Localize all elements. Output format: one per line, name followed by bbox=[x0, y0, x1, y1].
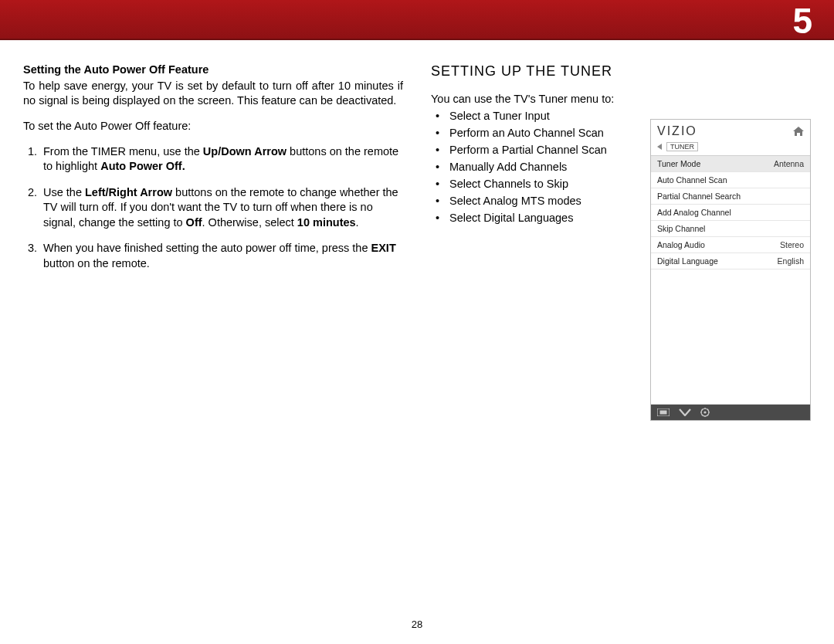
osd-footer bbox=[651, 405, 810, 420]
step3-text-a: When you have finished setting the auto … bbox=[43, 242, 371, 254]
v-icon bbox=[679, 408, 691, 416]
osd-header: VIZIO bbox=[651, 120, 810, 141]
step2-bold-f: 10 minutes bbox=[297, 216, 356, 229]
svg-point-3 bbox=[703, 411, 706, 413]
osd-panel: VIZIO TUNER Tuner Mode Antenna Auto Chan… bbox=[650, 119, 811, 421]
osd-item-tuner-mode: Tuner Mode Antenna bbox=[651, 156, 810, 172]
breadcrumb-label: TUNER bbox=[666, 142, 698, 151]
osd-item-auto-scan: Auto Channel Scan bbox=[651, 172, 810, 188]
osd-item-partial-search: Partial Channel Search bbox=[651, 188, 810, 205]
step2-bold-d: Off bbox=[186, 216, 202, 229]
osd-item-analog-audio: Analog Audio Stereo bbox=[651, 237, 810, 253]
svg-rect-1 bbox=[660, 411, 667, 415]
header-bar: 5 bbox=[0, 0, 834, 40]
step2-text-a: Use the bbox=[43, 186, 85, 198]
step1-bold-d: Auto Power Off. bbox=[100, 160, 185, 172]
osd-item-value: Antenna bbox=[774, 159, 804, 168]
steps-list: From the TIMER menu, use the Up/Down Arr… bbox=[23, 144, 403, 272]
page-number: 28 bbox=[0, 619, 834, 630]
step1-bold-b: Up/Down Arrow bbox=[203, 145, 286, 158]
lead-sentence: To set the Auto Power Off feature: bbox=[23, 119, 403, 134]
osd-brand: VIZIO bbox=[657, 124, 697, 138]
section-heading-tuner: SETTING UP THE TUNER bbox=[431, 63, 811, 80]
osd-item-digital-language: Digital Language English bbox=[651, 253, 810, 269]
wide-icon bbox=[657, 408, 670, 416]
intro-paragraph: To help save energy, your TV is set by d… bbox=[23, 79, 403, 108]
step3-bold-b: EXIT bbox=[371, 242, 396, 254]
left-column: Setting the Auto Power Off Feature To he… bbox=[23, 63, 403, 282]
osd-item-label: Auto Channel Scan bbox=[657, 175, 727, 185]
osd-item-skip-channel: Skip Channel bbox=[651, 221, 810, 237]
osd-item-label: Tuner Mode bbox=[657, 159, 700, 168]
home-icon bbox=[793, 127, 804, 136]
section-heading: Setting the Auto Power Off Feature bbox=[23, 63, 403, 76]
step2-bold-b: Left/Right Arrow bbox=[85, 186, 172, 198]
step2-text-g: . bbox=[356, 216, 359, 229]
tuner-intro: You can use the TV's Tuner menu to: bbox=[431, 92, 811, 107]
osd-item-value: Stereo bbox=[780, 240, 804, 249]
step-3: When you have finished setting the auto … bbox=[40, 241, 403, 271]
osd-empty-area bbox=[651, 269, 810, 405]
osd-item-label: Skip Channel bbox=[657, 224, 705, 233]
osd-item-value: English bbox=[778, 256, 804, 266]
chapter-number: 5 bbox=[792, 0, 812, 42]
osd-item-label: Analog Audio bbox=[657, 240, 705, 249]
step1-text-a: From the TIMER menu, use the bbox=[43, 145, 203, 158]
osd-item-add-analog: Add Analog Channel bbox=[651, 205, 810, 221]
back-icon bbox=[657, 144, 662, 150]
step-1: From the TIMER menu, use the Up/Down Arr… bbox=[40, 144, 403, 175]
right-column: SETTING UP THE TUNER You can use the TV'… bbox=[431, 63, 811, 282]
gear-icon bbox=[700, 408, 710, 417]
step2-text-e: . Otherwise, select bbox=[202, 216, 297, 229]
osd-breadcrumb: TUNER bbox=[651, 141, 810, 156]
page-body: Setting the Auto Power Off Feature To he… bbox=[0, 40, 834, 282]
osd-item-label: Digital Language bbox=[657, 256, 718, 266]
osd-item-label: Partial Channel Search bbox=[657, 192, 741, 201]
step3-text-c: button on the remote. bbox=[43, 257, 150, 269]
step-2: Use the Left/Right Arrow buttons on the … bbox=[40, 185, 403, 231]
osd-item-label: Add Analog Channel bbox=[657, 208, 731, 217]
